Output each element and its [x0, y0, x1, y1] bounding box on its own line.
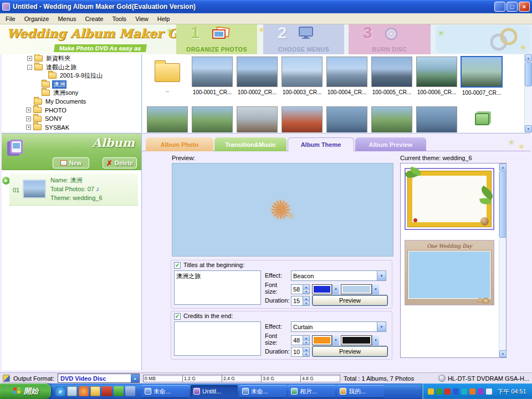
- menu-create[interactable]: Create: [80, 14, 108, 23]
- close-button[interactable]: ×: [519, 2, 530, 12]
- step-organize-photos[interactable]: 1 ORGANIZE PHOTOS: [176, 24, 257, 54]
- title-font-size-stepper[interactable]: 58 ▲▼: [291, 284, 310, 294]
- tab-album-photo[interactable]: Album Photo: [146, 137, 213, 151]
- tree-item-my-documents[interactable]: My Documents: [2, 98, 141, 106]
- title-outline-color-picker[interactable]: ▼: [341, 284, 379, 294]
- tree-item-lalashan[interactable]: 2001-9-9拉拉山: [2, 71, 141, 80]
- media-player-icon[interactable]: [79, 386, 89, 396]
- task-button-2-active[interactable]: Untitl...: [191, 385, 238, 397]
- thumbnail-photo[interactable]: [325, 106, 369, 132]
- folder-shortcut-icon[interactable]: [90, 386, 100, 396]
- chevron-down-icon[interactable]: ▼: [332, 284, 339, 294]
- credits-font-size-stepper[interactable]: 48 ▲▼: [291, 335, 310, 345]
- title-duration-stepper[interactable]: 15 ▲▼: [291, 296, 310, 306]
- chevron-down-icon[interactable]: ▼: [377, 322, 386, 331]
- credits-outline-color-picker[interactable]: ▼: [341, 335, 379, 345]
- task-button-4[interactable]: 相片...: [288, 385, 335, 397]
- album-list-item[interactable]: 01 Name: 澳洲 Total Photos: 07 ♪ Theme: we…: [9, 173, 138, 206]
- tray-icon[interactable]: [453, 388, 459, 395]
- tray-icon[interactable]: [486, 388, 492, 395]
- menu-help[interactable]: Help: [153, 14, 175, 23]
- titles-checkbox[interactable]: ✓: [174, 262, 181, 269]
- thumbnail-photo[interactable]: 100-0006_CR...: [415, 57, 458, 95]
- tree-item-sysbak[interactable]: + SYSBAK: [2, 123, 141, 132]
- title-text-input[interactable]: 澳洲之旅: [174, 270, 261, 305]
- thumbnail-photo[interactable]: [191, 106, 234, 132]
- credits-duration-stepper[interactable]: 10 ▲▼: [291, 347, 310, 357]
- step-up-icon[interactable]: ▲: [303, 347, 309, 352]
- scrollbar-thumb[interactable]: [525, 62, 532, 86]
- tray-icon[interactable]: [469, 388, 475, 395]
- thumbnail-photo[interactable]: [370, 106, 413, 132]
- expand-icon[interactable]: +: [26, 125, 31, 130]
- tray-icon[interactable]: [478, 388, 484, 395]
- tray-icon[interactable]: [461, 388, 467, 395]
- menu-organize[interactable]: Organize: [20, 14, 54, 23]
- step-up-icon[interactable]: ▲: [303, 296, 309, 301]
- credits-preview-button[interactable]: Preview: [312, 346, 388, 357]
- chevron-up-icon[interactable]: ▲: [131, 374, 139, 382]
- maximize-button[interactable]: □: [507, 2, 518, 12]
- collapse-icon[interactable]: -: [27, 65, 32, 70]
- thumbnail-parent-folder[interactable]: ..: [146, 57, 189, 93]
- task-button-1[interactable]: 未命...: [142, 385, 189, 397]
- tree-item-new-folder[interactable]: + 新資料夾: [2, 54, 141, 63]
- internet-explorer-icon[interactable]: e: [55, 386, 65, 396]
- tree-item-australia-sony[interactable]: 澳洲sony: [2, 89, 141, 98]
- thumbnail-photo[interactable]: [415, 106, 458, 132]
- scroll-down-button[interactable]: ▼: [499, 350, 507, 357]
- thumbnail-photo[interactable]: 100-0005_CR...: [370, 57, 413, 95]
- chevron-down-icon[interactable]: ▼: [372, 335, 379, 345]
- tree-item-sony[interactable]: + SONY: [2, 115, 141, 124]
- new-album-button[interactable]: New: [53, 157, 89, 168]
- theme-item[interactable]: One Wedding Day: [405, 240, 494, 305]
- start-button[interactable]: 開始: [0, 383, 51, 399]
- credits-effect-select[interactable]: Curtain ▼: [291, 321, 386, 332]
- tray-icon[interactable]: [436, 388, 442, 395]
- scroll-up-button[interactable]: ▲: [499, 163, 507, 171]
- step-down-icon[interactable]: ▼: [303, 341, 309, 345]
- menu-tools[interactable]: Tools: [108, 14, 131, 23]
- menu-file[interactable]: File: [1, 14, 20, 23]
- thumbnail-photo[interactable]: 100-0003_CR...: [280, 57, 324, 95]
- thumbnail-photo[interactable]: 100-0001_CR...: [191, 57, 234, 95]
- menu-menus[interactable]: Menus: [53, 14, 80, 23]
- step-down-icon[interactable]: ▼: [303, 290, 309, 294]
- photo-browser-scrollbar[interactable]: ▲ ▼: [524, 54, 531, 132]
- album-play-indicator[interactable]: ▶: [2, 177, 10, 185]
- expand-icon[interactable]: +: [27, 56, 32, 61]
- thumbnail-photo[interactable]: [280, 106, 324, 132]
- expand-icon[interactable]: +: [26, 108, 31, 112]
- title-font-color-picker[interactable]: ▼: [312, 284, 339, 294]
- scrollbar-thumb[interactable]: [499, 171, 507, 238]
- credits-text-input[interactable]: [174, 321, 261, 356]
- step-burn-disc[interactable]: 3 BURN DISC: [349, 24, 431, 54]
- thumbnail-photo[interactable]: [146, 106, 189, 132]
- mail-icon[interactable]: [125, 386, 135, 396]
- delete-album-button[interactable]: ✗ Delete: [103, 157, 137, 168]
- credits-checkbox[interactable]: ✓: [174, 313, 181, 320]
- minimize-button[interactable]: _: [494, 2, 505, 12]
- show-desktop-icon[interactable]: [67, 386, 77, 396]
- menu-view[interactable]: View: [131, 14, 153, 23]
- step-down-icon[interactable]: ▼: [303, 301, 309, 306]
- tray-icon[interactable]: [428, 388, 434, 395]
- theme-item-selected[interactable]: [405, 168, 494, 230]
- scroll-up-button[interactable]: ▲: [525, 54, 532, 62]
- tree-item-australia[interactable]: 澳洲: [2, 80, 141, 89]
- step-down-icon[interactable]: ▼: [303, 352, 309, 357]
- output-format-select[interactable]: DVD Video Disc ▲: [58, 374, 140, 383]
- task-button-5[interactable]: 我的...: [337, 385, 384, 397]
- tree-item-photo[interactable]: + PHOTO: [2, 106, 141, 115]
- title-preview-button[interactable]: Preview: [312, 295, 388, 306]
- thumbnail-photo[interactable]: 100-0002_CR...: [236, 57, 279, 95]
- step-up-icon[interactable]: ▲: [303, 285, 309, 290]
- tab-album-preview[interactable]: Album Preview: [355, 137, 426, 151]
- scroll-down-button[interactable]: ▼: [525, 125, 532, 132]
- credits-font-color-picker[interactable]: ▼: [312, 335, 339, 345]
- thumbnail-photo-selected[interactable]: 100-0007_CR...: [460, 57, 503, 96]
- thumbnail-photo[interactable]: 100-0004_CR...: [325, 57, 369, 95]
- messenger-icon[interactable]: [114, 386, 124, 396]
- chevron-down-icon[interactable]: ▼: [372, 284, 379, 294]
- tab-album-theme[interactable]: Album Theme: [288, 137, 354, 151]
